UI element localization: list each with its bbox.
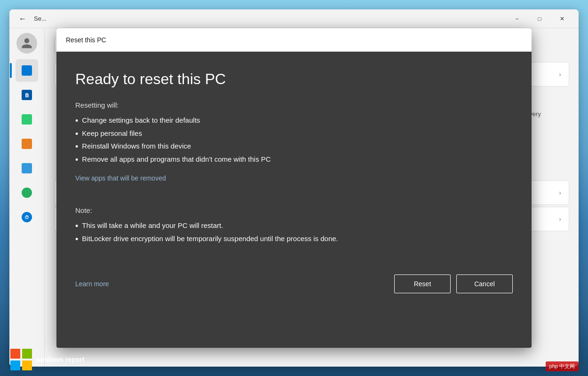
sidebar-item-time[interactable]: ⏱: [16, 206, 38, 228]
sidebar-item-bluetooth[interactable]: ʙ: [16, 84, 38, 106]
view-apps-link[interactable]: View apps that will be removed: [75, 174, 166, 182]
report-text: windows report: [36, 356, 84, 363]
chevron-right-icon: ›: [559, 189, 561, 196]
avatar-icon: [21, 37, 33, 49]
sidebar: ʙ: [9, 28, 45, 367]
back-icon: ←: [19, 15, 26, 23]
minimize-button[interactable]: −: [506, 11, 528, 26]
personalization-icon: [21, 138, 32, 149]
reset-dialog: Reset this PC Ready to reset this PC Res…: [56, 28, 532, 348]
dialog-heading: Ready to reset this PC: [75, 70, 513, 88]
resetting-bullet-list: Change settings back to their defaults K…: [75, 115, 513, 166]
close-button[interactable]: ✕: [551, 11, 573, 26]
sidebar-item-apps[interactable]: [16, 157, 38, 180]
note-bullet-1: This will take a while and your PC will …: [75, 220, 513, 233]
chevron-right-icon: ›: [559, 70, 561, 78]
sidebar-item-system[interactable]: [16, 59, 38, 82]
bluetooth-icon: ʙ: [21, 89, 32, 101]
chevron-right-icon: ›: [559, 215, 561, 223]
sidebar-item-network[interactable]: [16, 108, 38, 131]
accounts-icon: [21, 187, 32, 198]
dialog-title: Reset this PC: [66, 36, 106, 44]
note-bullet-list: This will take a while and your PC will …: [75, 220, 513, 246]
settings-titlebar: ← Se... − □ ✕: [9, 9, 579, 28]
svg-rect-0: [10, 349, 20, 359]
bullet-item-1: Change settings back to their defaults: [75, 115, 513, 128]
windows-report-logo: windows report: [9, 348, 84, 371]
sidebar-item-accounts[interactable]: [16, 181, 38, 204]
svg-rect-1: [22, 349, 32, 359]
svg-rect-2: [10, 360, 20, 370]
footer-buttons: Reset Cancel: [394, 274, 513, 293]
avatar: [16, 33, 37, 54]
titlebar-controls: − □ ✕: [506, 11, 573, 26]
active-indicator: [10, 63, 12, 78]
bullet-item-4: Remove all apps and programs that didn't…: [75, 154, 513, 167]
apps-icon: [21, 163, 32, 174]
back-button[interactable]: ←: [15, 11, 30, 26]
dialog-body: Ready to reset this PC Resetting will: C…: [56, 52, 532, 260]
time-icon: ⏱: [21, 212, 32, 223]
dialog-footer: Learn more Reset Cancel: [56, 260, 532, 310]
maximize-button[interactable]: □: [529, 11, 550, 26]
system-icon: [21, 65, 32, 76]
note-bullet-2: BitLocker drive encryption will be tempo…: [75, 233, 513, 246]
network-icon: [21, 114, 32, 125]
learn-more-link[interactable]: Learn more: [75, 280, 109, 288]
resetting-will-label: Resetting will:: [75, 101, 513, 109]
svg-rect-3: [22, 360, 32, 370]
reset-button[interactable]: Reset: [394, 274, 451, 293]
bullet-item-3: Reinstall Windows from this device: [75, 141, 513, 154]
cancel-button[interactable]: Cancel: [456, 274, 513, 293]
sidebar-item-personalization[interactable]: [16, 133, 38, 155]
note-section: Note: This will take a while and your PC…: [75, 206, 513, 246]
settings-title: Se...: [34, 15, 47, 22]
bullet-item-2: Keep personal files: [75, 128, 513, 141]
windows-icon: [9, 348, 33, 371]
php-badge: php 中文网: [546, 361, 579, 371]
note-label: Note:: [75, 206, 513, 214]
dialog-titlebar: Reset this PC: [56, 28, 532, 52]
